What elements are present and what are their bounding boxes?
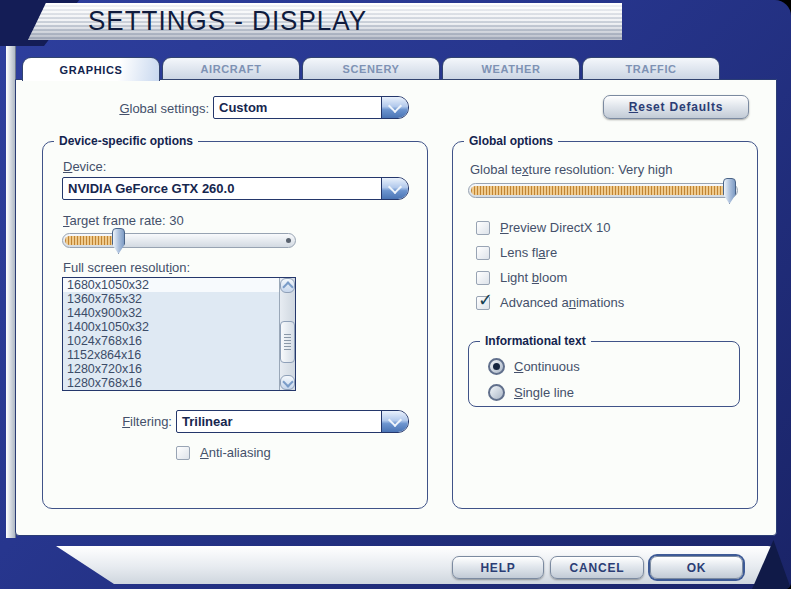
anti-aliasing-checkbox-row[interactable]: ✓ Anti-aliasing (176, 444, 271, 461)
preview-directx10-label: Preview DirectX 10 (500, 220, 611, 235)
page-title: SETTINGS - DISPLAY (88, 5, 367, 38)
light-bloom-checkbox-row[interactable]: ✓ Light bloom (476, 269, 567, 286)
advanced-animations-checkbox[interactable]: ✓ (476, 296, 490, 310)
global-settings-value: Custom (214, 97, 381, 118)
device-dropdown[interactable]: NVIDIA GeForce GTX 260.0 (62, 177, 409, 200)
chevron-up-icon (282, 281, 293, 292)
chevron-down-icon (388, 412, 402, 426)
lens-flare-label: Lens flare (500, 245, 557, 260)
global-settings-label: Global settings: (105, 101, 209, 116)
target-frame-rate-value: 30 (169, 213, 183, 228)
preview-directx10-checkbox[interactable]: ✓ (476, 221, 490, 235)
texture-slider-fill (471, 186, 727, 195)
filtering-label: Filtering: (114, 414, 172, 429)
filtering-dropdown[interactable]: Trilinear (176, 410, 409, 433)
device-label: Device: (63, 159, 106, 174)
frame-rate-slider[interactable] (62, 233, 296, 248)
list-item[interactable]: 1400x1050x32 (63, 320, 279, 334)
texture-resolution-value: Very high (618, 162, 672, 177)
fullscreen-resolution-label: Full screen resolution: (63, 260, 190, 275)
cancel-button[interactable]: CANCEL (550, 556, 644, 579)
chevron-down-icon (388, 179, 402, 193)
list-item[interactable]: 1440x900x32 (63, 306, 279, 320)
help-button[interactable]: HELP (452, 556, 544, 579)
filtering-dropdown-button[interactable] (381, 411, 408, 432)
single-line-radio-row[interactable]: Single line (488, 383, 574, 401)
device-dropdown-button[interactable] (381, 178, 408, 199)
scrollbar-thumb[interactable] (280, 321, 295, 363)
tab-traffic[interactable]: TRAFFIC (582, 57, 720, 80)
texture-resolution-slider[interactable] (468, 183, 738, 198)
preview-directx10-checkbox-row[interactable]: ✓ Preview DirectX 10 (476, 219, 611, 236)
texture-resolution-label: Global texture resolution: Very high (470, 162, 672, 177)
reset-defaults-button[interactable]: Reset Defaults (603, 95, 749, 119)
checkmark-icon: ✓ (478, 291, 493, 309)
chevron-down-icon (282, 376, 293, 387)
lens-flare-checkbox[interactable]: ✓ (476, 246, 490, 260)
scroll-down-button[interactable] (280, 375, 295, 390)
tab-scenery[interactable]: SCENERY (302, 57, 440, 80)
target-frame-rate-label: Target frame rate: 30 (63, 213, 184, 228)
global-settings-dropdown-button[interactable] (381, 97, 408, 118)
single-line-label: Single line (514, 385, 574, 400)
global-settings-dropdown[interactable]: Custom (213, 96, 409, 119)
continuous-radio[interactable] (488, 358, 505, 375)
scroll-up-button[interactable] (280, 278, 295, 293)
lens-flare-checkbox-row[interactable]: ✓ Lens flare (476, 244, 557, 261)
tab-graphics[interactable]: GRAPHICS (22, 57, 160, 81)
ok-button[interactable]: OK (650, 556, 743, 579)
list-item[interactable]: 1152x864x16 (63, 348, 279, 362)
light-bloom-checkbox[interactable]: ✓ (476, 271, 490, 285)
continuous-label: Continuous (514, 359, 580, 374)
device-group-legend: Device-specific options (54, 134, 198, 148)
radio-dot-icon (493, 363, 500, 370)
list-item[interactable]: 1280x768x16 (63, 376, 279, 390)
resolution-listbox[interactable]: 1680x1050x32 1360x765x32 1440x900x32 140… (62, 277, 296, 391)
device-value: NVIDIA GeForce GTX 260.0 (63, 178, 381, 199)
chevron-down-icon (388, 98, 402, 112)
single-line-radio[interactable] (488, 384, 505, 401)
anti-aliasing-label: Anti-aliasing (200, 445, 271, 460)
list-item[interactable]: 1360x765x32 (63, 292, 279, 306)
continuous-radio-row[interactable]: Continuous (488, 357, 580, 375)
tab-weather[interactable]: WEATHER (442, 57, 580, 80)
list-item[interactable]: 1280x720x16 (63, 362, 279, 376)
light-bloom-label: Light bloom (500, 270, 567, 285)
scrollbar-track[interactable] (280, 293, 295, 375)
filtering-value: Trilinear (177, 411, 381, 432)
slider-end-dot (286, 238, 291, 243)
global-options-legend: Global options (464, 134, 558, 148)
settings-display-window: SETTINGS - DISPLAY GRAPHICS AIRCRAFT SCE… (0, 0, 791, 589)
resolution-scrollbar[interactable] (279, 278, 295, 390)
tab-aircraft[interactable]: AIRCRAFT (162, 57, 300, 80)
resolution-list: 1680x1050x32 1360x765x32 1440x900x32 140… (63, 278, 279, 390)
advanced-animations-checkbox-row[interactable]: ✓ Advanced animations (476, 294, 624, 311)
advanced-animations-label: Advanced animations (500, 295, 624, 310)
informational-text-legend: Informational text (480, 334, 591, 348)
list-item[interactable]: 1680x1050x32 (63, 278, 279, 292)
list-item[interactable]: 1024x768x16 (63, 334, 279, 348)
anti-aliasing-checkbox[interactable]: ✓ (176, 446, 190, 460)
